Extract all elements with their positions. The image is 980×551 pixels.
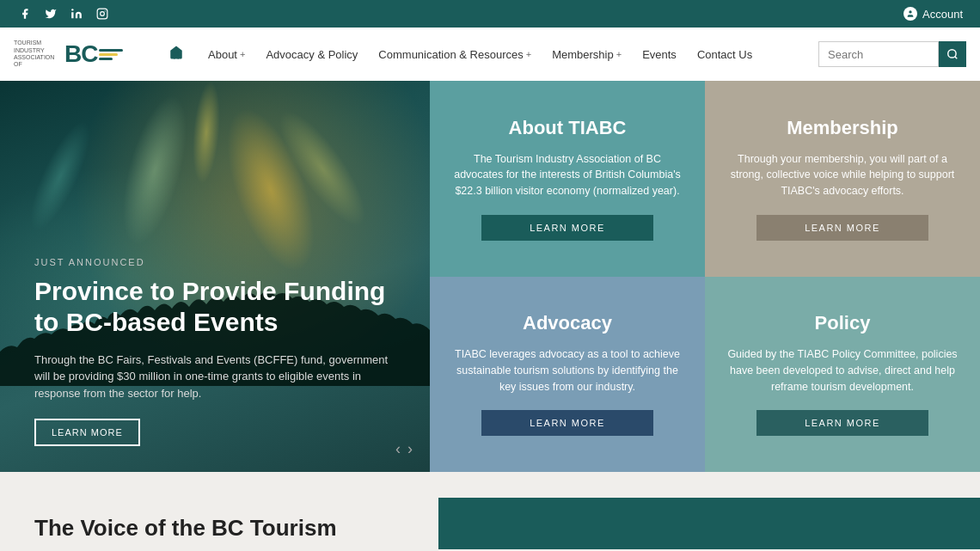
- account-link[interactable]: Account: [903, 7, 963, 21]
- nav-contact[interactable]: Contact Us: [687, 28, 763, 81]
- account-label: Account: [922, 8, 963, 21]
- twitter-icon[interactable]: [43, 6, 58, 21]
- nav-about[interactable]: About +: [198, 28, 255, 81]
- nav-links: About + Advocacy & Policy Communication …: [198, 28, 818, 81]
- nav-communication[interactable]: Communication & Resources +: [368, 28, 542, 81]
- svg-point-3: [105, 10, 106, 11]
- bottom-title: The Voice of the BC Tourism: [34, 515, 395, 542]
- bottom-section: The Voice of the BC Tourism: [0, 472, 980, 551]
- top-bar: Account: [0, 0, 980, 28]
- search-button[interactable]: [939, 41, 966, 67]
- hero-learn-more-button[interactable]: LEARN MORE: [34, 419, 140, 446]
- svg-point-5: [948, 50, 956, 58]
- hero-body: Through the BC Fairs, Festivals and Even…: [34, 352, 395, 402]
- svg-point-2: [101, 12, 105, 16]
- facebook-icon[interactable]: [17, 6, 33, 21]
- social-links: [17, 6, 110, 21]
- hero-eyebrow: JUST ANNOUNCED: [34, 257, 395, 267]
- nav-events[interactable]: Events: [632, 28, 687, 81]
- membership-body: Through your membership, you will part o…: [726, 151, 959, 199]
- advocacy-learn-more-button[interactable]: LEARN MORE: [481, 410, 653, 436]
- search-input[interactable]: [818, 41, 939, 67]
- card-policy: Policy Guided by the TIABC Policy Commit…: [705, 277, 980, 473]
- svg-point-4: [909, 10, 911, 13]
- hero-prev-arrow[interactable]: ‹: [395, 440, 401, 458]
- membership-title: Membership: [787, 117, 898, 139]
- about-body: The Tourism Industry Association of BC a…: [450, 151, 684, 199]
- svg-line-6: [955, 57, 958, 59]
- card-membership: Membership Through your membership, you …: [705, 81, 980, 277]
- policy-learn-more-button[interactable]: LEARN MORE: [756, 410, 928, 436]
- about-title: About TIABC: [509, 117, 627, 139]
- hero-title: Province to Provide Funding to BC-based …: [34, 276, 395, 338]
- hero-arrows: ‹ ›: [395, 440, 413, 458]
- instagram-icon[interactable]: [95, 6, 110, 21]
- bottom-right: [430, 498, 980, 551]
- nav-advocacy-policy[interactable]: Advocacy & Policy: [255, 28, 368, 81]
- logo-waves: [99, 49, 123, 60]
- linkedin-icon[interactable]: [69, 6, 84, 21]
- about-learn-more-button[interactable]: LEARN MORE: [481, 215, 653, 241]
- logo[interactable]: TOURISM INDUSTRY ASSOCIATION OF BC: [14, 40, 151, 69]
- main-content: JUST ANNOUNCED Province to Provide Fundi…: [0, 81, 980, 472]
- hero-section: JUST ANNOUNCED Province to Provide Fundi…: [0, 81, 430, 472]
- advocacy-body: TIABC leverages advocacy as a tool to ac…: [450, 346, 684, 395]
- search-area: [818, 41, 966, 67]
- right-grid: About TIABC The Tourism Industry Associa…: [430, 81, 980, 472]
- nav-bar: TOURISM INDUSTRY ASSOCIATION OF BC About…: [0, 28, 980, 81]
- membership-learn-more-button[interactable]: LEARN MORE: [756, 215, 928, 241]
- bottom-left: The Voice of the BC Tourism: [0, 498, 430, 551]
- card-about: About TIABC The Tourism Industry Associa…: [430, 81, 705, 277]
- hero-content: JUST ANNOUNCED Province to Provide Fundi…: [34, 257, 395, 447]
- logo-bc: BC: [64, 40, 97, 68]
- svg-point-0: [71, 9, 73, 10]
- advocacy-title: Advocacy: [523, 312, 612, 334]
- policy-body: Guided by the TIABC Policy Committee, po…: [726, 346, 959, 395]
- logo-text: TOURISM INDUSTRY ASSOCIATION OF: [14, 40, 61, 69]
- card-advocacy: Advocacy TIABC leverages advocacy as a t…: [430, 277, 705, 473]
- account-icon: [903, 7, 917, 21]
- bottom-teal-box: [438, 498, 980, 549]
- nav-membership[interactable]: Membership +: [542, 28, 632, 81]
- home-icon[interactable]: [168, 45, 184, 64]
- hero-next-arrow[interactable]: ›: [407, 440, 413, 458]
- svg-rect-1: [97, 9, 107, 19]
- policy-title: Policy: [815, 312, 871, 334]
